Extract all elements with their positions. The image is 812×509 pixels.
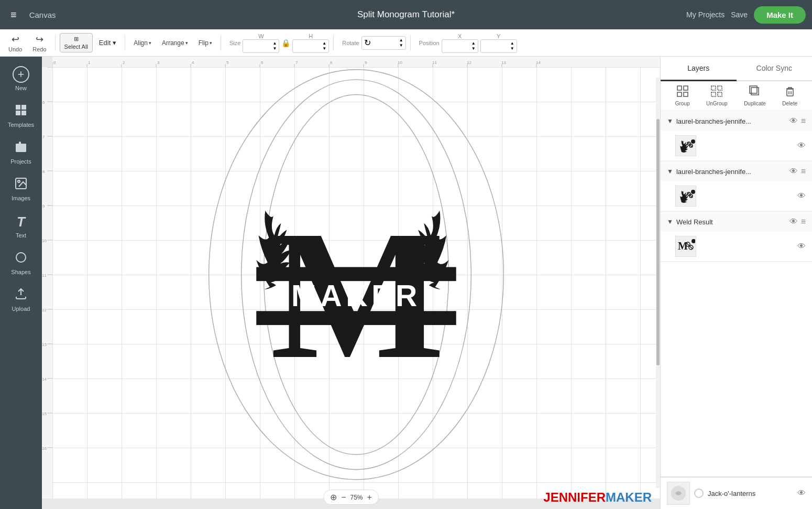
x-field[interactable]: ▲ ▼	[442, 39, 478, 53]
undo-button[interactable]: ↩ Undo	[4, 31, 26, 55]
new-icon: +	[13, 66, 29, 83]
redo-label: Redo	[32, 46, 46, 52]
height-input[interactable]	[295, 42, 321, 50]
toolbar-sep-4	[333, 35, 334, 51]
rotate-input[interactable]	[372, 39, 398, 47]
align-button[interactable]: Align ▾	[129, 37, 156, 49]
width-arrows[interactable]: ▲ ▼	[272, 41, 277, 51]
svg-rect-79	[750, 86, 757, 93]
layer-group-drag-2[interactable]: ≡	[801, 167, 806, 176]
layer-group-eye-2[interactable]: 👁	[789, 167, 798, 176]
layer-group-eye-1[interactable]: 👁	[789, 116, 798, 126]
svg-text:6: 6	[42, 100, 45, 105]
zoom-plus-button[interactable]: +	[367, 493, 372, 502]
sidebar-item-images[interactable]: Images	[0, 172, 42, 207]
x-up[interactable]: ▲	[471, 41, 476, 46]
rotate-down[interactable]: ▼	[399, 43, 403, 48]
layer-item-eye-1[interactable]: 👁	[797, 141, 806, 150]
save-button[interactable]: Save	[731, 10, 748, 19]
height-up[interactable]: ▲	[322, 41, 326, 46]
redo-button[interactable]: ↪ Redo	[28, 31, 50, 55]
svg-text:8: 8	[330, 60, 333, 65]
zoom-minus-button[interactable]: −	[341, 493, 346, 502]
canvas-grid[interactable]: M MAKER	[52, 67, 660, 499]
tab-color-sync[interactable]: Color Sync	[737, 57, 813, 80]
sidebar-item-shapes[interactable]: Shapes	[0, 246, 42, 280]
height-field[interactable]: ▲ ▼	[292, 39, 329, 53]
ungroup-button[interactable]: UnGroup	[706, 85, 728, 106]
sidebar-item-upload[interactable]: Upload	[0, 283, 42, 317]
y-arrows[interactable]: ▲ ▼	[510, 41, 514, 51]
group-button[interactable]: Group	[675, 85, 690, 106]
layer-group-header-3[interactable]: ▼ Weld Result 👁 ≡	[661, 212, 812, 232]
width-input[interactable]	[245, 42, 271, 50]
sidebar-item-new[interactable]: + New	[0, 61, 42, 96]
layer-group-arrow-1[interactable]: ▼	[667, 117, 673, 125]
toolbar-sep-2	[125, 35, 125, 51]
layer-group-drag-1[interactable]: ≡	[801, 116, 806, 126]
duplicate-button[interactable]: Duplicate	[744, 85, 766, 106]
layer-group-2: ▼ laurel-branches-jennife... 👁 ≡	[661, 161, 812, 212]
svg-text:10: 10	[398, 60, 402, 65]
x-input[interactable]	[444, 42, 470, 50]
height-down[interactable]: ▼	[322, 46, 326, 51]
lock-icon[interactable]: 🔒	[281, 39, 290, 47]
width-up[interactable]: ▲	[272, 41, 277, 46]
svg-rect-72	[677, 92, 682, 96]
x-arrows[interactable]: ▲ ▼	[471, 41, 476, 51]
make-it-button[interactable]: Make It	[754, 6, 806, 24]
arrange-button[interactable]: Arrange ▾	[158, 37, 192, 49]
x-down[interactable]: ▼	[471, 46, 476, 51]
main-layout: + New Templates Projects Images T T	[0, 57, 812, 509]
layer-group-arrow-3[interactable]: ▼	[667, 218, 673, 225]
svg-text:13: 13	[42, 342, 47, 347]
layer-group-header-2[interactable]: ▼ laurel-branches-jennife... 👁 ≡	[661, 161, 812, 181]
svg-text:6: 6	[261, 60, 264, 65]
svg-text:4: 4	[192, 60, 194, 65]
scrollbar-thumb[interactable]	[656, 119, 660, 365]
rotate-arrows[interactable]: ▲ ▼	[399, 38, 403, 48]
svg-point-6	[18, 180, 20, 182]
bottom-layer-eye[interactable]: 👁	[797, 489, 806, 498]
rotate-icon: ↻	[364, 38, 371, 48]
edit-button[interactable]: Edit ▾	[95, 37, 120, 49]
align-label: Align	[134, 39, 148, 47]
layer-item-eye-3[interactable]: 👁	[797, 242, 806, 251]
sidebar-item-projects[interactable]: Projects	[0, 135, 42, 170]
y-input[interactable]	[483, 42, 509, 50]
menu-icon[interactable]: ≡	[6, 5, 21, 25]
scrollbar-vertical[interactable]	[656, 78, 660, 488]
svg-rect-74	[711, 86, 716, 90]
layer-group-name-2: laurel-branches-jennife...	[676, 168, 786, 176]
layer-group-eye-3[interactable]: 👁	[789, 217, 798, 226]
zoom-target-icon[interactable]: ⊕	[330, 492, 337, 502]
svg-text:2: 2	[123, 60, 125, 65]
y-field[interactable]: ▲ ▼	[480, 39, 517, 53]
layer-group-header-1[interactable]: ▼ laurel-branches-jennife... 👁 ≡	[661, 111, 812, 131]
height-arrows[interactable]: ▲ ▼	[322, 41, 326, 51]
svg-rect-80	[787, 89, 793, 96]
width-field[interactable]: ▲ ▼	[243, 39, 279, 53]
sidebar-item-text[interactable]: T Text	[0, 209, 42, 244]
size-label: Size	[229, 40, 240, 46]
ungroup-icon	[711, 85, 722, 100]
width-down[interactable]: ▼	[272, 46, 277, 51]
tab-layers[interactable]: Layers	[661, 57, 737, 81]
select-all-button[interactable]: ⊞ Select All	[60, 33, 93, 52]
rotate-up[interactable]: ▲	[399, 38, 403, 43]
svg-text:0: 0	[53, 60, 56, 65]
my-projects-link[interactable]: My Projects	[686, 10, 725, 19]
sidebar-item-templates[interactable]: Templates	[0, 99, 42, 133]
layer-group-drag-3[interactable]: ≡	[801, 217, 806, 226]
rotate-field[interactable]: ↻ ▲ ▼	[361, 36, 406, 50]
svg-rect-8	[52, 57, 660, 67]
y-down[interactable]: ▼	[510, 46, 514, 51]
canvas-area[interactable]: 0 1 2 3 4 5 6 7 8	[42, 57, 660, 509]
flip-button[interactable]: Flip ▾	[194, 37, 216, 49]
delete-button[interactable]: Delete	[782, 85, 797, 106]
layer-item-eye-2[interactable]: 👁	[797, 191, 806, 201]
ruler-top: 0 1 2 3 4 5 6 7 8	[52, 57, 660, 67]
y-up[interactable]: ▲	[510, 41, 514, 46]
layer-group-arrow-2[interactable]: ▼	[667, 168, 673, 175]
layer-icons-2: 👁	[797, 191, 806, 201]
